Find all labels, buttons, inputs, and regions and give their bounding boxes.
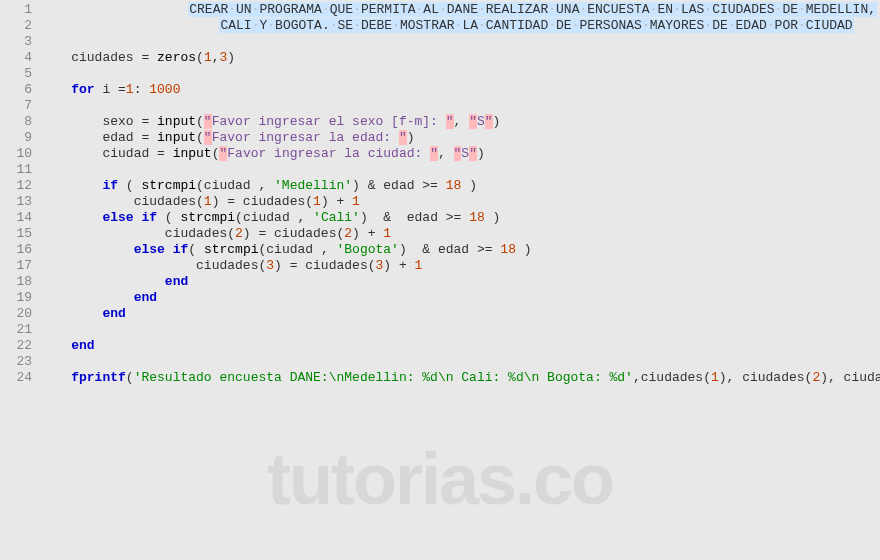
line-number: 1	[0, 2, 32, 18]
line-number: 24	[0, 370, 32, 386]
code-line[interactable]: CREAR·UN·PROGRAMA·QUE·PERMITA·AL·DANE·RE…	[40, 2, 880, 18]
line-number: 11	[0, 162, 32, 178]
line-number: 14	[0, 210, 32, 226]
line-number: 3	[0, 34, 32, 50]
code-line[interactable]: ciudades(2) = ciudades(2) + 1	[40, 226, 880, 242]
code-line[interactable]: end	[40, 274, 880, 290]
code-line[interactable]: end	[40, 290, 880, 306]
line-number: 9	[0, 130, 32, 146]
code-line[interactable]: ciudades(3) = ciudades(3) + 1	[40, 258, 880, 274]
code-line[interactable]	[40, 162, 880, 178]
line-number: 8	[0, 114, 32, 130]
code-line[interactable]: edad = input("Favor ingresar la edad: ")	[40, 130, 880, 146]
code-line[interactable]	[40, 322, 880, 338]
code-line[interactable]	[40, 98, 880, 114]
line-number: 7	[0, 98, 32, 114]
code-editor[interactable]: 123456789101112131415161718192021222324 …	[0, 0, 880, 560]
line-number: 6	[0, 82, 32, 98]
code-line[interactable]: for i =1: 1000	[40, 82, 880, 98]
line-number: 22	[0, 338, 32, 354]
code-line[interactable]: end	[40, 306, 880, 322]
line-number: 16	[0, 242, 32, 258]
line-number: 17	[0, 258, 32, 274]
line-number-gutter: 123456789101112131415161718192021222324	[0, 0, 40, 560]
code-line[interactable]: CALI·Y·BOGOTA.·SE·DEBE·MOSTRAR·LA·CANTID…	[40, 18, 880, 34]
line-number: 19	[0, 290, 32, 306]
line-number: 23	[0, 354, 32, 370]
code-line[interactable]: else if ( strcmpi(ciudad , 'Cali') & eda…	[40, 210, 880, 226]
line-number: 10	[0, 146, 32, 162]
code-line[interactable]	[40, 354, 880, 370]
code-line[interactable]	[40, 34, 880, 50]
code-line[interactable]: ciudad = input("Favor ingresar la ciudad…	[40, 146, 880, 162]
code-line[interactable]: if ( strcmpi(ciudad , 'Medellin') & edad…	[40, 178, 880, 194]
code-line[interactable]: ciudades(1) = ciudades(1) + 1	[40, 194, 880, 210]
line-number: 18	[0, 274, 32, 290]
line-number: 2	[0, 18, 32, 34]
line-number: 13	[0, 194, 32, 210]
code-line[interactable]	[40, 66, 880, 82]
line-number: 15	[0, 226, 32, 242]
code-line[interactable]: fprintf('Resultado encuesta DANE:\nMedel…	[40, 370, 880, 386]
code-area[interactable]: CREAR·UN·PROGRAMA·QUE·PERMITA·AL·DANE·RE…	[40, 0, 880, 560]
line-number: 20	[0, 306, 32, 322]
line-number: 4	[0, 50, 32, 66]
line-number: 12	[0, 178, 32, 194]
line-number: 21	[0, 322, 32, 338]
code-line[interactable]: end	[40, 338, 880, 354]
code-line[interactable]: ciudades = zeros(1,3)	[40, 50, 880, 66]
code-line[interactable]: sexo = input("Favor ingresar el sexo [f-…	[40, 114, 880, 130]
line-number: 5	[0, 66, 32, 82]
code-line[interactable]: else if( strcmpi(ciudad , 'Bogota') & ed…	[40, 242, 880, 258]
